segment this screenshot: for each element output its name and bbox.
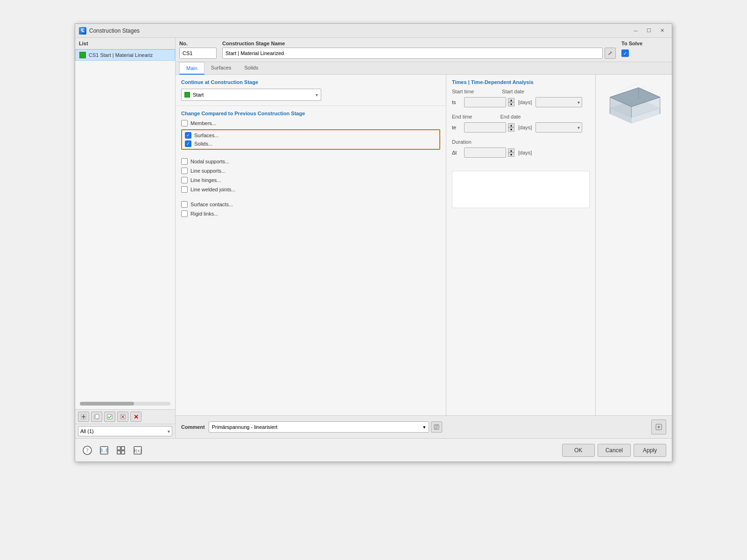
header-row: No. Construction Stage Name To Solve (176, 38, 672, 62)
tab-main[interactable]: Main (179, 62, 204, 75)
line-hinges-checkbox[interactable] (181, 177, 188, 183)
sidebar-item-cs1[interactable]: CS1 Start | Material Lineariz (75, 49, 175, 61)
comment-input-group: Primärspannung - linearisiert ▾ (209, 421, 442, 433)
start-time-input[interactable] (464, 97, 506, 107)
line-welded-checkbox[interactable] (181, 186, 188, 193)
start-time-unit: [days] (518, 99, 532, 105)
no-input[interactable] (179, 48, 217, 59)
comment-dropdown[interactable]: Primärspannung - linearisiert ▾ (209, 421, 429, 433)
apply-button[interactable]: Apply (634, 444, 666, 457)
end-time-down[interactable]: ▼ (508, 127, 514, 132)
name-input-row (222, 48, 616, 59)
sidebar-scrollbar[interactable] (80, 402, 170, 406)
building-3d-preview (600, 79, 667, 127)
separator-1 (181, 153, 440, 155)
checkbox-solids[interactable]: ✓ Solids... (185, 140, 437, 147)
end-date-dropdown[interactable]: ▾ (536, 122, 582, 133)
help-button[interactable]: ? (81, 444, 94, 456)
end-time-label: End time (452, 114, 472, 119)
tab-surfaces[interactable]: Surfaces (204, 62, 238, 75)
name-edit-button[interactable] (605, 48, 616, 59)
times-empty-area (452, 171, 590, 208)
main-content: List CS1 Start | Material Lineariz (75, 38, 672, 438)
duration-label: Duration (452, 139, 590, 145)
svg-rect-48 (117, 451, 120, 454)
checkbox-surface-contacts[interactable]: Surface contacts... (181, 201, 440, 208)
duration-spinner: ▲ ▼ (508, 148, 514, 157)
comment-bar: Comment Primärspannung - linearisiert ▾ (176, 415, 672, 438)
surface-contacts-label: Surface contacts... (190, 202, 233, 207)
checkbox-members[interactable]: Members... (181, 120, 440, 126)
checkbox-line-hinges[interactable]: Line hinges... (181, 177, 440, 183)
maximize-button[interactable]: ☐ (643, 26, 655, 35)
duration-down[interactable]: ▼ (508, 153, 514, 157)
checkbox-nodal-supports[interactable]: Nodal supports... (181, 158, 440, 165)
no-field: No. (179, 41, 217, 59)
name-input[interactable] (222, 48, 603, 59)
sidebar-header: List (75, 38, 175, 49)
left-column: Continue at Construction Stage Start ▾ (176, 75, 446, 415)
end-time-up[interactable]: ▲ (508, 123, 514, 127)
surfaces-checkbox[interactable]: ✓ (185, 132, 191, 139)
formula-button[interactable]: f(x) (131, 444, 144, 456)
cancel-button[interactable]: Cancel (598, 444, 631, 457)
filter-dropdown[interactable]: All (1) ▾ (78, 426, 172, 436)
change-title: Change Compared to Previous Construction… (181, 111, 440, 116)
start-date-dropdown[interactable]: ▾ (536, 97, 582, 107)
continue-dropdown[interactable]: Start ▾ (181, 89, 321, 101)
duration-input[interactable] (464, 147, 506, 158)
sidebar-toolbar: ✕ (75, 409, 175, 424)
surfaces-solids-group: ✓ Surfaces... ✓ Solids... (181, 129, 440, 150)
to-solve-checkbox-row: ✓ (621, 48, 668, 59)
duration-unit: [days] (518, 150, 532, 155)
checkbox-rigid-links[interactable]: Rigid links... (181, 210, 440, 217)
end-time-input-group: ▲ ▼ (464, 122, 514, 133)
grid-button[interactable] (114, 444, 127, 456)
copy-button[interactable] (91, 412, 102, 422)
minimize-button[interactable]: ─ (630, 26, 642, 35)
rigid-links-checkbox[interactable] (181, 210, 188, 217)
ok-button[interactable]: OK (562, 444, 595, 457)
rigid-links-label: Rigid links... (190, 211, 218, 217)
checkbox-line-welded[interactable]: Line welded joints... (181, 186, 440, 193)
start-time-label: Start time (452, 89, 474, 94)
surface-contacts-checkbox[interactable] (181, 201, 188, 208)
svg-text:0.0: 0.0 (100, 448, 108, 453)
end-time-input[interactable] (464, 122, 506, 133)
svg-rect-49 (121, 451, 125, 454)
change-section: Change Compared to Previous Construction… (176, 105, 446, 222)
line-supports-checkbox[interactable] (181, 168, 188, 174)
continue-dropdown-arrow: ▾ (316, 92, 318, 98)
start-time-up[interactable]: ▲ (508, 98, 514, 102)
to-solve-field: To Solve ✓ (621, 41, 668, 59)
end-date-label: End date (500, 114, 521, 119)
uncheck-all-button[interactable] (117, 412, 128, 422)
solids-checkbox[interactable]: ✓ (185, 140, 191, 147)
continue-dropdown-inner: Start (184, 92, 204, 98)
svg-rect-46 (117, 447, 120, 450)
delete-button[interactable]: ✕ (130, 412, 141, 422)
start-time-row: ts ▲ ▼ [days] (452, 97, 590, 107)
comment-edit-button[interactable] (431, 421, 442, 433)
values-button[interactable]: 0.0 (98, 444, 111, 456)
bottom-actions: OK Cancel Apply (562, 444, 666, 457)
check-all-button[interactable] (104, 412, 115, 422)
name-field: Construction Stage Name (222, 41, 616, 59)
nodal-supports-checkbox[interactable] (181, 158, 188, 165)
checkbox-line-supports[interactable]: Line supports... (181, 168, 440, 174)
start-time-down[interactable]: ▼ (508, 102, 514, 106)
add-button[interactable] (78, 412, 89, 422)
checkbox-surfaces[interactable]: ✓ Surfaces... (185, 132, 437, 139)
preview-area (596, 75, 672, 132)
right-action-button[interactable] (651, 420, 666, 434)
members-checkbox[interactable] (181, 120, 188, 126)
start-date-label: Start date (502, 89, 524, 94)
close-button[interactable]: ✕ (656, 26, 668, 35)
continue-dropdown-value: Start (193, 92, 204, 98)
duration-up[interactable]: ▲ (508, 148, 514, 153)
start-time-spinner: ▲ ▼ (508, 98, 514, 106)
to-solve-checkbox[interactable]: ✓ (621, 49, 629, 57)
end-time-spinner: ▲ ▼ (508, 123, 514, 132)
times-section: Times | Time-Dependent Analysis Start ti… (446, 75, 595, 167)
tab-solids[interactable]: Solids (238, 62, 265, 75)
